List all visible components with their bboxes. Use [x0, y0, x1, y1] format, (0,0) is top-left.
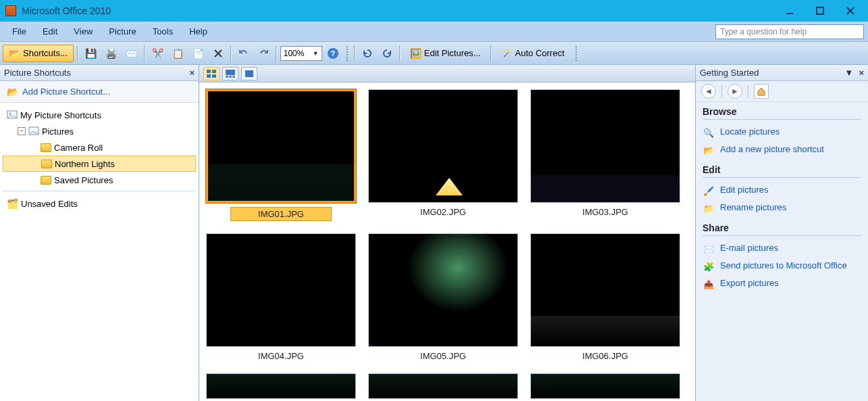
print-button[interactable]: 🖨️ — [102, 45, 120, 62]
zoom-value: 100% — [284, 49, 305, 58]
toolbar-grip[interactable] — [576, 46, 580, 61]
thumbnail-item[interactable]: IMG05.JPG — [367, 233, 519, 361]
copy-icon: 📋 — [172, 49, 184, 58]
add-shortcut-icon: 📂 — [7, 87, 18, 97]
thumbnail-view-button[interactable] — [203, 67, 220, 80]
maximize-button[interactable] — [805, 1, 835, 20]
home-icon — [757, 87, 766, 96]
pane-close-button[interactable]: × — [189, 68, 195, 78]
auto-correct-button[interactable]: 🪄 Auto Correct — [495, 45, 571, 62]
paste-button[interactable]: 📄 — [189, 45, 207, 62]
thumbnail-item[interactable]: IMG03.JPG — [529, 89, 682, 221]
redo-button[interactable] — [255, 45, 272, 62]
thumbnail-image — [206, 373, 356, 399]
rotate-right-button[interactable] — [378, 45, 396, 62]
menu-picture[interactable]: Picture — [101, 24, 144, 39]
thumbnail-item[interactable] — [367, 373, 519, 399]
thumbnail-image — [206, 89, 356, 203]
mail-button[interactable]: ✉️ — [122, 45, 141, 62]
print-icon: 🖨️ — [105, 49, 117, 58]
tree-item-unsaved-edits[interactable]: 🗂️ Unsaved Edits — [3, 195, 196, 212]
svg-rect-12 — [212, 74, 216, 78]
task-pane-close-button[interactable]: × — [859, 68, 864, 78]
edit-pictures-task-label: Edit pictures — [720, 185, 769, 195]
rename-pictures-label: Rename pictures — [720, 202, 786, 212]
thumbnail-caption: IMG06.JPG — [582, 351, 628, 361]
thumbnail-item[interactable]: IMG06.JPG — [529, 233, 682, 361]
task-pane-header: Getting Started ▼ × — [696, 65, 868, 81]
thumbnail-item[interactable] — [205, 373, 357, 399]
tree-item-camera-roll-label: Camera Roll — [54, 143, 103, 153]
minimize-button[interactable] — [774, 1, 805, 20]
shortcuts-label: Shortcuts... — [23, 48, 68, 58]
svg-rect-16 — [232, 76, 235, 78]
menu-edit[interactable]: Edit — [34, 24, 66, 39]
thumbnail-caption: IMG02.JPG — [420, 207, 466, 217]
rename-pictures-link[interactable]: 📁 Rename pictures — [703, 199, 861, 217]
thumbnail-item[interactable]: IMG01.JPG — [205, 89, 357, 221]
svg-rect-9 — [207, 70, 211, 73]
rotate-left-button[interactable] — [359, 45, 376, 62]
nav-forward-button[interactable]: ► — [727, 84, 742, 99]
nav-home-button[interactable] — [754, 84, 769, 99]
shortcuts-button[interactable]: 📂 Shortcuts... — [3, 45, 74, 62]
help-search-input[interactable]: Type a question for help — [715, 24, 864, 39]
copy-button[interactable]: 📋 — [169, 45, 187, 62]
pictures-root-icon — [7, 110, 18, 120]
menu-view[interactable]: View — [66, 24, 101, 39]
view-toolbar — [199, 65, 695, 82]
toolbar-grip[interactable] — [347, 46, 351, 61]
add-picture-shortcut-row[interactable]: 📂 Add Picture Shortcut... — [0, 81, 199, 103]
chevron-down-icon: ▼ — [313, 50, 319, 57]
thumbnail-image — [368, 89, 518, 203]
tree-root-label: My Picture Shortcuts — [20, 110, 101, 120]
thumbnail-item[interactable] — [529, 373, 682, 399]
svg-rect-1 — [817, 7, 823, 14]
edit-pictures-link[interactable]: 🖌️ Edit pictures — [703, 182, 861, 199]
tree-item-camera-roll[interactable]: Camera Roll — [3, 139, 196, 156]
shortcuts-tree: My Picture Shortcuts − Pictures Camera R… — [0, 103, 199, 401]
single-view-button[interactable] — [241, 67, 257, 80]
save-icon: 💾 — [85, 49, 97, 58]
thumbnail-image — [368, 233, 518, 347]
send-to-office-link[interactable]: 🧩 Send pictures to Microsoft Office — [703, 258, 861, 275]
locate-pictures-link[interactable]: 🔍 Locate pictures — [703, 124, 861, 141]
thumbnail-item[interactable]: IMG02.JPG — [367, 89, 519, 221]
single-view-icon — [245, 70, 254, 78]
tree-item-northern-lights[interactable]: Northern Lights — [3, 156, 196, 172]
tree-node-pictures[interactable]: − Pictures — [3, 123, 196, 139]
tree-root-my-picture-shortcuts[interactable]: My Picture Shortcuts — [3, 107, 196, 123]
separator — [230, 45, 232, 62]
tree-item-saved-pictures[interactable]: Saved Pictures — [3, 172, 196, 188]
delete-button[interactable] — [209, 45, 227, 62]
thumbnail-scroll-area[interactable]: IMG01.JPGIMG02.JPGIMG03.JPGIMG04.JPGIMG0… — [199, 82, 695, 401]
menu-file[interactable]: File — [4, 24, 34, 39]
thumbnail-image — [530, 233, 680, 347]
add-picture-shortcut-link[interactable]: Add Picture Shortcut... — [22, 87, 110, 97]
close-button[interactable] — [835, 1, 865, 20]
zoom-combo[interactable]: 100% ▼ — [280, 46, 322, 61]
cut-button[interactable]: ✂️ — [149, 45, 167, 62]
export-pictures-link[interactable]: 📤 Export pictures — [703, 275, 861, 293]
thumbnail-item[interactable]: IMG04.JPG — [205, 233, 357, 361]
help-button[interactable]: ? — [324, 45, 342, 62]
svg-rect-10 — [212, 70, 216, 73]
nav-back-button[interactable]: ◄ — [701, 84, 716, 99]
folder-icon — [41, 143, 51, 152]
email-pictures-link[interactable]: ✉️ E-mail pictures — [703, 240, 861, 258]
send-to-office-icon: 🧩 — [703, 260, 715, 273]
rotate-left-icon — [362, 48, 373, 59]
thumbnail-grid: IMG01.JPGIMG02.JPGIMG03.JPGIMG04.JPGIMG0… — [205, 89, 690, 399]
folder-icon — [41, 176, 51, 185]
task-pane-dropdown-icon[interactable]: ▼ — [845, 68, 854, 78]
add-new-shortcut-link[interactable]: 📂 Add a new picture shortcut — [703, 141, 861, 159]
collapse-icon[interactable]: − — [18, 127, 26, 135]
save-button[interactable]: 💾 — [82, 45, 100, 62]
menu-tools[interactable]: Tools — [145, 24, 181, 39]
undo-button[interactable] — [235, 45, 253, 62]
menu-help[interactable]: Help — [181, 24, 215, 39]
email-pictures-icon: ✉️ — [703, 243, 715, 255]
filmstrip-view-button[interactable] — [222, 67, 238, 80]
edit-pictures-button[interactable]: 🖼️ Edit Pictures... — [404, 45, 487, 62]
picture-shortcuts-pane: Picture Shortcuts × 📂 Add Picture Shortc… — [0, 65, 199, 401]
